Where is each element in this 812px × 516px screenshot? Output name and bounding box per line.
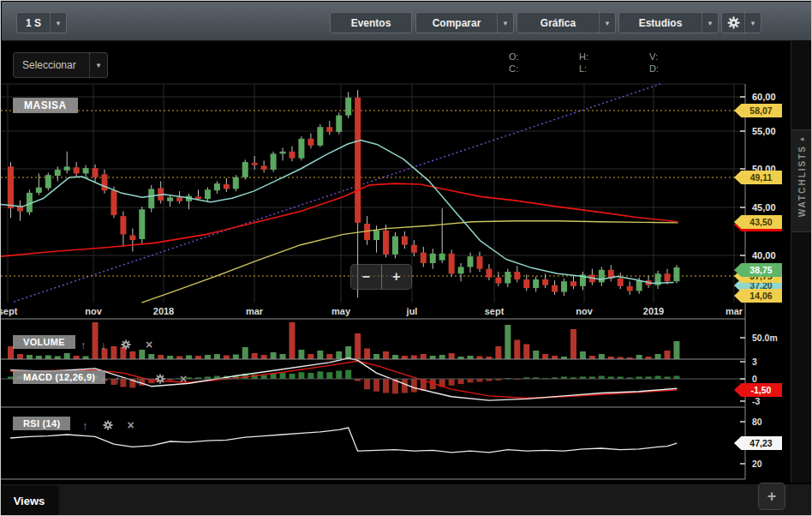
rsi-panel-label: RSI (14): [13, 417, 70, 430]
zoom-out-button[interactable]: −: [351, 265, 382, 289]
add-panel-button[interactable]: +: [758, 483, 785, 510]
close-icon[interactable]: ×: [128, 418, 134, 432]
settings-gear-icon[interactable]: [121, 339, 131, 350]
move-down-icon[interactable]: ↓: [101, 339, 107, 351]
rsi-panel-controls: ↑ ×: [82, 418, 134, 432]
settings-gear-icon[interactable]: [103, 420, 113, 430]
volume-panel-label: VOLUME: [13, 335, 75, 349]
macd-panel-label: MACD (12,26,9): [13, 370, 105, 384]
zoom-in-button[interactable]: +: [382, 265, 412, 289]
macd-panel-controls: ↑ ↓ ×: [115, 372, 187, 386]
volume-panel-controls: ↑ ↓ ×: [81, 338, 152, 351]
chart-zoom-control: − +: [350, 264, 412, 290]
close-icon[interactable]: ×: [180, 372, 187, 386]
right-sidebar: [791, 40, 812, 516]
symbol-label: MASISA: [13, 98, 78, 113]
watchlists-tab[interactable]: ◀ WATCHLISTS: [791, 129, 812, 232]
close-icon[interactable]: ×: [146, 338, 152, 351]
collapse-arrow-icon: ◀: [800, 135, 804, 141]
watchlists-label: WATCHLISTS: [797, 145, 807, 217]
bottom-bar: Views: [2, 483, 812, 515]
views-tab[interactable]: Views: [2, 486, 57, 515]
move-up-icon[interactable]: ↑: [115, 373, 121, 386]
move-down-icon[interactable]: ↓: [135, 373, 141, 386]
chart-canvas[interactable]: [1, 1, 812, 516]
settings-gear-icon[interactable]: [155, 374, 165, 384]
move-up-icon[interactable]: ↑: [81, 339, 87, 351]
chart-window: septnov2018marmayjulseptnov2019mar60,005…: [0, 0, 812, 516]
move-up-icon[interactable]: ↑: [82, 419, 88, 432]
